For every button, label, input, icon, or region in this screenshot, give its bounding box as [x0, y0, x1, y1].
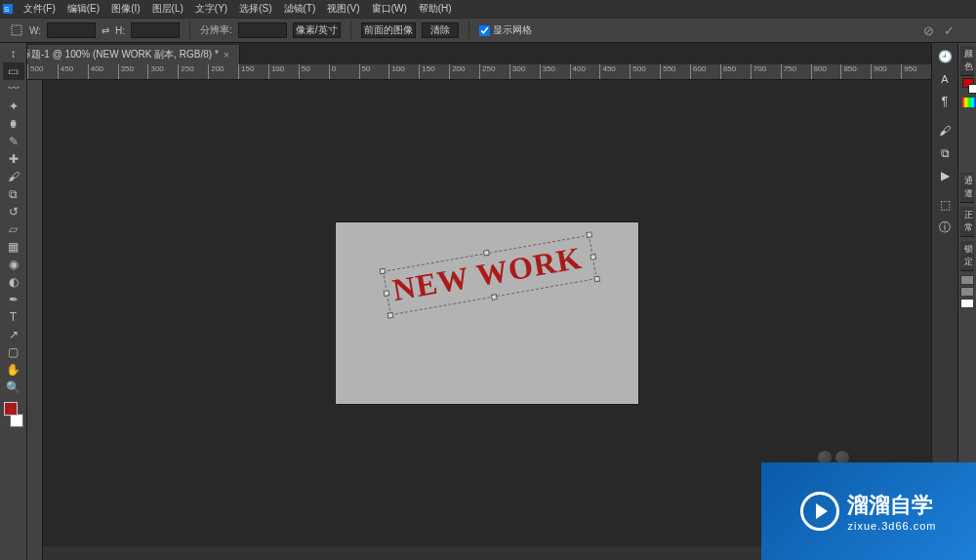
wand-tool-icon[interactable]: ✦ — [3, 98, 24, 115]
ruler-tick: 0 — [329, 64, 336, 80]
hand-tool-icon[interactable]: ✋ — [3, 361, 24, 379]
divider — [468, 21, 469, 39]
blur-tool-icon[interactable]: ◉ — [3, 256, 24, 273]
show-grid-check[interactable] — [479, 25, 490, 36]
units-select[interactable]: 像素/英寸 — [293, 22, 341, 38]
selection-marquee[interactable]: NEW WORK — [383, 235, 597, 316]
ruler-tick: 450 — [599, 64, 615, 80]
width-input[interactable] — [47, 22, 96, 38]
ruler-tick: 950 — [901, 64, 916, 80]
pen-tool-icon[interactable]: ✒ — [3, 291, 24, 308]
document-tab-title: 未标题-1 @ 100% (NEW WORK 副本, RGB/8) * — [12, 48, 219, 61]
menu-view[interactable]: 视图(V) — [321, 0, 365, 18]
move-tool-icon[interactable]: ↕ — [3, 45, 24, 62]
channels-panel-tab[interactable]: 通道 — [960, 173, 974, 203]
ruler-horizontal: 5004504003503002502001501005005010015020… — [27, 64, 931, 80]
svg-rect-2 — [12, 25, 21, 35]
document-tab[interactable]: 未标题-1 @ 100% (NEW WORK 副本, RGB/8) * × — [2, 45, 240, 64]
divider — [189, 21, 190, 39]
ruler-tick: 50 — [359, 64, 371, 80]
properties-panel-icon[interactable]: ⬚ — [934, 195, 956, 215]
menu-layer[interactable]: 图层(L) — [146, 0, 189, 18]
menu-file[interactable]: 文件(F) — [18, 0, 61, 18]
play-icon — [800, 492, 839, 531]
front-image-select[interactable]: 前面的图像 — [361, 22, 416, 38]
eyedropper-tool-icon[interactable]: ✎ — [3, 133, 24, 150]
lock-label: 锁定 — [960, 241, 974, 271]
marquee-tool-icon[interactable]: ▭ — [3, 62, 24, 80]
handle-e[interactable] — [590, 254, 596, 260]
divider — [350, 21, 351, 39]
menu-help[interactable]: 帮助(H) — [413, 0, 458, 18]
height-input[interactable] — [131, 22, 180, 38]
ruler-tick: 200 — [208, 64, 224, 80]
cancel-icon[interactable]: ⊘ — [923, 23, 934, 38]
clear-button[interactable]: 清除 — [422, 22, 459, 38]
color-ramp[interactable] — [960, 96, 974, 109]
menu-select[interactable]: 选择(S) — [233, 0, 277, 18]
resolution-label: 分辨率: — [200, 23, 232, 37]
menu-image[interactable]: 图像(I) — [105, 0, 145, 18]
ruler-tick: 500 — [630, 64, 645, 80]
ruler-tick: 250 — [178, 64, 193, 80]
show-grid-label: 显示网格 — [493, 23, 532, 37]
handle-se[interactable] — [593, 275, 600, 282]
crop-tool-icon[interactable] — [10, 23, 23, 37]
show-grid-checkbox[interactable]: 显示网格 — [479, 23, 532, 37]
ruler-tick: 500 — [27, 64, 43, 80]
brush-panel-icon[interactable]: 🖌 — [934, 121, 956, 140]
handle-ne[interactable] — [586, 231, 592, 238]
character-panel-icon[interactable]: A — [934, 69, 956, 89]
brush-tool-icon[interactable]: 🖌 — [3, 168, 24, 185]
heal-tool-icon[interactable]: ✚ — [3, 150, 24, 168]
eraser-tool-icon[interactable]: ▱ — [3, 220, 24, 238]
color-panel-tab[interactable]: 颜色 — [960, 46, 974, 76]
handle-nw[interactable] — [380, 268, 386, 275]
swap-wh-icon[interactable]: ⇄ — [102, 25, 109, 36]
layer-thumb[interactable] — [960, 299, 974, 308]
blend-mode-normal[interactable]: 正常 — [960, 207, 974, 237]
ruler-tick: 600 — [690, 64, 706, 80]
ruler-tick: 200 — [449, 64, 465, 80]
foreground-color-swatch[interactable] — [4, 402, 18, 416]
background-color-swatch[interactable] — [10, 414, 23, 427]
handle-w[interactable] — [384, 290, 390, 297]
svg-text:S: S — [4, 5, 9, 14]
zoom-tool-icon[interactable]: 🔍 — [3, 379, 24, 396]
handle-sw[interactable] — [387, 312, 394, 319]
ruler-tick: 300 — [509, 64, 525, 80]
history-brush-tool-icon[interactable]: ↺ — [3, 203, 24, 220]
menu-filter[interactable]: 滤镜(T) — [278, 0, 322, 18]
artboard[interactable]: NEW WORK — [336, 222, 638, 404]
crop-tool-icon[interactable]: ⧯ — [3, 115, 24, 133]
color-panel-swatch[interactable] — [960, 76, 974, 96]
dodge-tool-icon[interactable]: ◐ — [3, 273, 24, 291]
options-bar: W: ⇄ H: 分辨率: 像素/英寸 前面的图像 清除 显示网格 ⊘ ✓ — [0, 18, 976, 43]
path-tool-icon[interactable]: ↗ — [3, 326, 24, 343]
menu-window[interactable]: 窗口(W) — [366, 0, 413, 18]
paragraph-panel-icon[interactable]: ¶ — [934, 92, 956, 111]
clone-panel-icon[interactable]: ⧉ — [934, 143, 956, 163]
layer-thumb[interactable] — [960, 275, 974, 285]
layer-thumb[interactable] — [960, 287, 974, 297]
stamp-tool-icon[interactable]: ⧉ — [3, 185, 24, 203]
ruler-tick: 400 — [570, 64, 586, 80]
handle-s[interactable] — [490, 294, 497, 300]
menu-edit[interactable]: 编辑(E) — [61, 0, 105, 18]
resolution-input[interactable] — [238, 22, 287, 38]
ruler-tick: 550 — [660, 64, 675, 80]
menu-type[interactable]: 文字(Y) — [189, 0, 233, 18]
info-panel-icon[interactable]: ⓘ — [934, 218, 956, 237]
color-swatches[interactable] — [2, 402, 25, 429]
commit-icon[interactable]: ✓ — [944, 23, 955, 38]
shape-tool-icon[interactable]: ▢ — [3, 343, 24, 361]
lasso-tool-icon[interactable]: 〰 — [3, 80, 24, 98]
watermark-url: zixue.3d66.com — [847, 520, 936, 532]
history-panel-icon[interactable]: 🕘 — [934, 47, 956, 66]
actions-panel-icon[interactable]: ▶ — [934, 166, 956, 185]
tab-close-icon[interactable]: × — [224, 49, 229, 60]
ruler-tick: 900 — [871, 64, 886, 80]
type-tool-icon[interactable]: T — [3, 308, 24, 326]
ruler-tick: 150 — [419, 64, 434, 80]
gradient-tool-icon[interactable]: ▦ — [3, 238, 24, 256]
